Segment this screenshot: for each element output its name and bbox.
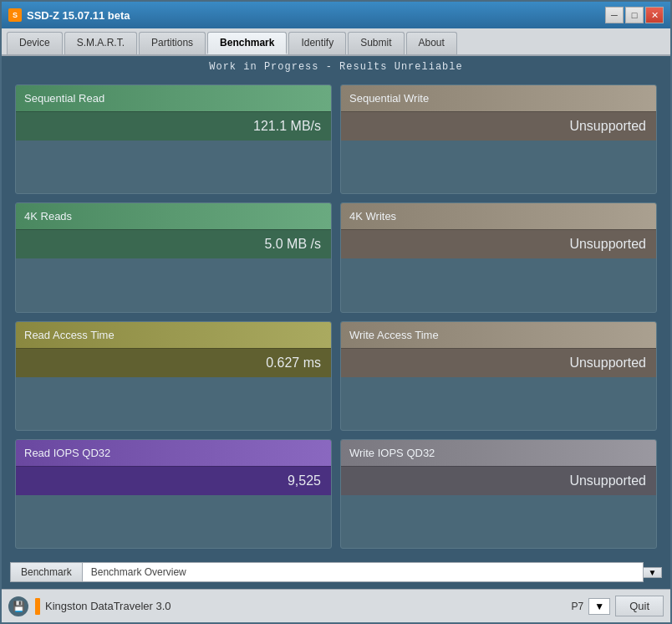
card-rat-label: Read Access Time (16, 322, 331, 348)
card-write-iops-label: Write IOPS QD32 (341, 440, 656, 466)
card-4k-read: 4K Reads 5.0 MB /s (15, 202, 332, 312)
tab-identify[interactable]: Identify (288, 32, 346, 54)
drive-color-indicator (35, 598, 40, 615)
restore-button[interactable]: □ (625, 7, 644, 23)
status-drive-icon: 💾 (8, 596, 28, 616)
tab-smart[interactable]: S.M.A.R.T. (64, 32, 137, 54)
benchmark-overview-label: Benchmark Overview (83, 562, 644, 582)
card-read-iops: Read IOPS QD32 9,525 (15, 439, 332, 549)
card-rat-value: 0.627 ms (16, 348, 331, 377)
card-seq-read: Sequential Read 121.1 MB/s (15, 84, 332, 194)
card-write-iops-value: Unsupported (341, 466, 656, 495)
card-seq-write: Sequential Write Unsupported (340, 84, 657, 194)
card-read-access-time: Read Access Time 0.627 ms (15, 321, 332, 431)
card-wat-label: Write Access Time (341, 322, 656, 348)
page-dropdown[interactable]: ▼ (588, 598, 610, 615)
tab-submit[interactable]: Submit (348, 32, 404, 54)
status-drive-info: Kingston DataTraveler 3.0 (35, 598, 565, 615)
benchmark-dropdown[interactable]: ▼ (644, 567, 662, 578)
quit-button[interactable]: Quit (615, 596, 664, 616)
drive-name: Kingston DataTraveler 3.0 (45, 600, 171, 612)
window-controls: ─ □ ✕ (605, 7, 664, 23)
tab-benchmark[interactable]: Benchmark (207, 32, 287, 54)
card-4k-read-value: 5.0 MB /s (16, 229, 331, 258)
bottom-panel: Benchmark Benchmark Overview ▼ (2, 555, 670, 589)
main-content: Work in Progress - Results Unreliable Se… (2, 56, 670, 555)
benchmark-grid: Sequential Read 121.1 MB/s Sequential Wr… (2, 78, 670, 555)
status-bar: 💾 Kingston DataTraveler 3.0 P7 ▼ Quit (2, 589, 670, 622)
card-wat-value: Unsupported (341, 348, 656, 377)
card-seq-read-value: 121.1 MB/s (16, 111, 331, 141)
card-read-iops-value: 9,525 (16, 466, 331, 495)
card-seq-write-value: Unsupported (341, 111, 656, 141)
window-title: SSD-Z 15.07.11 beta (27, 9, 130, 22)
tab-bar: Device S.M.A.R.T. Partitions Benchmark I… (2, 28, 670, 56)
card-4k-write-value: Unsupported (341, 229, 656, 258)
tab-device[interactable]: Device (7, 32, 63, 54)
app-icon: S (8, 8, 22, 22)
card-write-access-time: Write Access Time Unsupported (340, 321, 657, 431)
title-bar: S SSD-Z 15.07.11 beta ─ □ ✕ (2, 2, 670, 28)
close-button[interactable]: ✕ (645, 7, 664, 23)
card-seq-write-label: Sequential Write (341, 85, 656, 111)
card-write-iops: Write IOPS QD32 Unsupported (340, 439, 657, 549)
wip-banner: Work in Progress - Results Unreliable (2, 56, 670, 78)
card-read-iops-label: Read IOPS QD32 (16, 440, 331, 466)
tab-partitions[interactable]: Partitions (139, 32, 206, 54)
status-right: P7 ▼ Quit (572, 596, 664, 616)
benchmark-view-button[interactable]: Benchmark (10, 562, 83, 582)
card-4k-read-label: 4K Reads (16, 203, 331, 229)
minimize-button[interactable]: ─ (605, 7, 624, 23)
card-4k-write-label: 4K Writes (341, 203, 656, 229)
card-seq-read-label: Sequential Read (16, 85, 331, 111)
bottom-bar: Benchmark Benchmark Overview ▼ (10, 562, 662, 582)
page-label: P7 (572, 601, 584, 612)
tab-about[interactable]: About (406, 32, 457, 54)
card-4k-write: 4K Writes Unsupported (340, 202, 657, 312)
